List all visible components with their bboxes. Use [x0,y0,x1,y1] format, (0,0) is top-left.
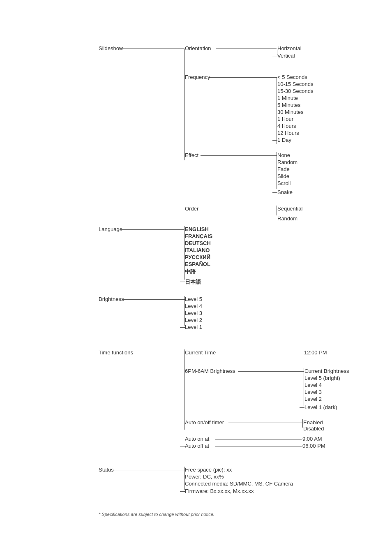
freq-opt-6: 1 Hour [277,116,293,122]
lang-opt-7: 日本語 [185,278,201,286]
effect-opt-3: Slide [277,173,289,179]
effect-opt-2: Fade [277,166,290,172]
freq-opt-4: 5 Minutes [277,102,300,108]
bright-opt-4: Level 1 [185,324,202,330]
effect-opt-1: Random [277,159,297,165]
auto-timer-opt-0: Enabled [303,419,323,426]
orientation-label: Orientation [185,45,211,51]
time-functions-label: Time functions [99,349,133,356]
order-label: Order [185,206,198,212]
bright6-opt-3: Level 3 [304,389,322,395]
lang-opt-4: РУССКИЙ [185,254,210,260]
status-opt-2: Connected media: SD/MMC, MS, CF Camera [185,481,293,487]
auto-off-label: Auto off at [185,443,209,449]
bright-opt-2: Level 3 [185,310,202,316]
order-opt-0: Sequential [277,206,302,212]
freq-opt-8: 12 Hours [277,130,299,136]
freq-opt-1: 10-15 Seconds [277,81,313,87]
tree-container: Slideshow Orientation Horizontal Vertica… [33,25,359,510]
footnote: * Specifications are subject to change w… [99,512,214,517]
lang-opt-1: FRANÇAIS [185,233,212,239]
bright6-opt-5: Level 1 (dark) [304,404,337,410]
status-label: Status [99,467,114,473]
frequency-label: Frequency [185,74,210,80]
status-opt-0: Free space (pic): xx [185,467,232,473]
current-time-label: Current Time [185,349,216,356]
current-time-val: 12:00 PM [304,349,327,356]
lang-opt-6: 中語 [185,268,196,275]
auto-on-label: Auto on at [185,436,209,442]
horizontal-label: Horizontal [277,45,302,51]
effect-opt-5: Snake [277,189,293,195]
effect-opt-4: Scroll [277,180,291,186]
status-opt-1: Power: DC, xx% [185,474,224,480]
freq-opt-5: 30 Minutes [277,109,304,115]
bright-opt-0: Level 5 [185,296,202,302]
bright-opt-3: Level 2 [185,317,202,323]
status-opt-3: Firmware: Bx.xx.xx, Mx.xx.xx [185,488,254,494]
auto-off-val: 06:00 PM [302,443,325,449]
bright6-opt-1: Level 5 (bright) [304,375,340,381]
brightness-6pm-label: 6PM-6AM Brightness [185,368,235,374]
auto-timer-opt-1: Disabled [303,426,324,432]
freq-opt-7: 4 Hours [277,123,296,129]
order-opt-1: Random [277,215,297,222]
freq-opt-3: 1 Minute [277,95,298,101]
bright-opt-1: Level 4 [185,303,202,309]
language-label: Language [99,226,122,232]
freq-opt-0: < 5 Seconds [277,74,307,80]
brightness-label: Brightness [99,296,124,302]
slideshow-label: Slideshow [99,45,123,51]
bright6-opt-2: Level 4 [304,382,322,388]
lang-opt-0: ENGLISH [185,226,209,232]
effect-opt-0: None [277,152,290,158]
vertical-label: Vertical [277,53,295,59]
bright6-opt-0: Current Brightness [304,368,349,374]
bright6-opt-4: Level 2 [304,396,322,402]
lang-opt-5: ESPAÑOL [185,261,210,267]
freq-opt-2: 15-30 Seconds [277,88,313,94]
auto-timer-label: Auto on/off timer [185,419,224,426]
lang-opt-3: ITALIANO [185,247,210,253]
lang-opt-2: DEUTSCH [185,240,211,246]
freq-opt-9: 1 Day [277,137,291,143]
page: Slideshow Orientation Horizontal Vertica… [0,0,392,534]
auto-on-val: 9:00 AM [302,436,322,442]
effect-label: Effect [185,152,198,158]
